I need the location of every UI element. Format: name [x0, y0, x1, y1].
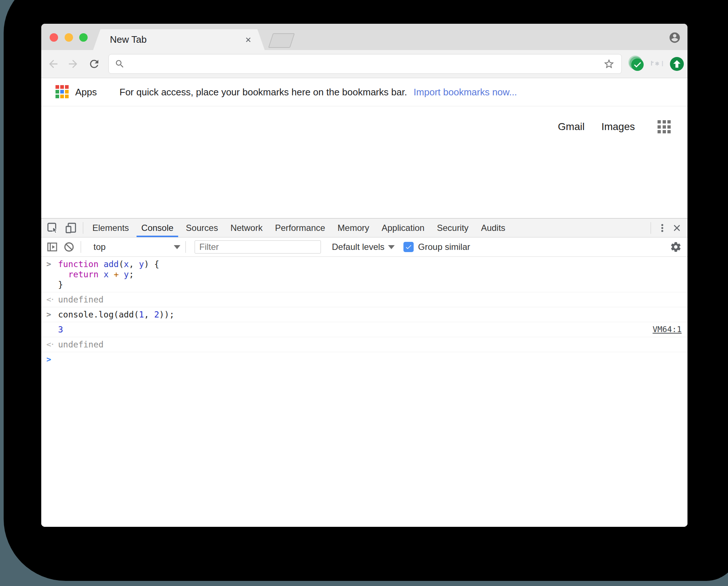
- console-entry-text: function add(x, y) { return x + y;}: [58, 259, 682, 290]
- apps-grid-square: [55, 95, 59, 98]
- google-grid-square: [663, 130, 666, 133]
- console-entry-text: 3: [58, 324, 653, 335]
- google-grid-square: [663, 120, 666, 123]
- console-entry-result: <·undefined: [41, 337, 687, 352]
- console-toolbar: top Default levels Group similar: [41, 237, 687, 257]
- device-toolbar-icon[interactable]: [65, 222, 77, 234]
- navigation-bar: [41, 50, 687, 78]
- bookmark-star-icon[interactable]: [603, 58, 615, 70]
- tab-performance[interactable]: Performance: [269, 218, 331, 237]
- tab-close-icon[interactable]: [244, 35, 253, 45]
- search-icon: [115, 59, 125, 69]
- extension-check-icon[interactable]: [630, 57, 644, 71]
- minimize-window-button[interactable]: [65, 33, 73, 42]
- console-filter-input[interactable]: [195, 240, 321, 254]
- divider: [81, 241, 81, 253]
- result-arrow-icon: <·: [46, 294, 58, 305]
- chevron-down-icon: [174, 245, 180, 249]
- google-grid-square: [667, 125, 671, 129]
- extension-upload-icon[interactable]: [670, 57, 684, 71]
- address-bar-input[interactable]: [129, 56, 599, 72]
- settings-gear-icon[interactable]: [670, 241, 682, 253]
- inspect-element-icon[interactable]: [46, 222, 59, 234]
- apps-grid-square: [60, 85, 64, 89]
- tab-sources[interactable]: Sources: [180, 218, 224, 237]
- devtools-tab-bar: ElementsConsoleSourcesNetworkPerformance…: [41, 218, 687, 237]
- forward-icon[interactable]: [67, 58, 79, 70]
- console-entry-input: >function add(x, y) { return x + y;}: [41, 257, 687, 292]
- apps-grid-square: [65, 85, 69, 89]
- input-chevron-icon: >: [46, 259, 58, 269]
- google-grid-square: [667, 120, 671, 123]
- google-grid-square: [667, 130, 671, 133]
- tab-network[interactable]: Network: [224, 218, 269, 237]
- images-link[interactable]: Images: [601, 121, 635, 133]
- tab-strip: New Tab: [41, 24, 687, 50]
- group-similar-label: Group similar: [418, 242, 470, 252]
- console-entry-input: >console.log(add(1, 2));: [41, 307, 687, 322]
- console-entry-result: <·undefined: [41, 292, 687, 307]
- inactive-extension-icon[interactable]: [650, 57, 664, 71]
- console-entry-log: 3VM64:1: [41, 322, 687, 337]
- reload-icon[interactable]: [88, 58, 100, 70]
- chevron-down-icon: [388, 245, 395, 249]
- apps-grid-square: [55, 90, 59, 94]
- apps-grid-square: [60, 90, 64, 94]
- context-selector[interactable]: top: [84, 237, 185, 256]
- group-similar-checkbox[interactable]: [403, 242, 414, 252]
- console-entry-prompt[interactable]: >: [41, 352, 687, 367]
- tab-title: New Tab: [110, 34, 147, 45]
- bookmarks-bar: Apps For quick access, place your bookma…: [41, 78, 687, 106]
- google-apps-icon[interactable]: [658, 120, 671, 133]
- back-icon[interactable]: [47, 58, 60, 70]
- devtools-tabs: ElementsConsoleSourcesNetworkPerformance…: [86, 218, 511, 237]
- tab-application[interactable]: Application: [375, 218, 430, 237]
- clear-console-icon[interactable]: [63, 241, 75, 253]
- apps-grid-square: [60, 95, 64, 98]
- new-tab-page: Gmail Images: [41, 106, 687, 218]
- apps-grid-square: [55, 85, 59, 89]
- google-grid-square: [663, 125, 666, 129]
- new-tab-button[interactable]: [268, 33, 295, 48]
- divider: [185, 241, 186, 253]
- console-entry-text: undefined: [58, 294, 682, 305]
- import-bookmarks-link[interactable]: Import bookmarks now...: [414, 87, 517, 98]
- google-grid-square: [658, 120, 661, 123]
- tab-elements[interactable]: Elements: [86, 218, 135, 237]
- zoom-window-button[interactable]: [79, 33, 88, 42]
- apps-grid-icon[interactable]: [55, 85, 69, 99]
- devtools-panel: ElementsConsoleSourcesNetworkPerformance…: [41, 218, 687, 527]
- close-window-button[interactable]: [50, 33, 58, 42]
- console-entry-text: [58, 354, 682, 365]
- devtools-close-icon[interactable]: [671, 222, 682, 233]
- gmail-link[interactable]: Gmail: [558, 121, 585, 133]
- tab-memory[interactable]: Memory: [332, 218, 376, 237]
- console-entry-text: undefined: [58, 339, 682, 350]
- input-chevron-icon: >: [46, 309, 58, 320]
- console-entry-text: console.log(add(1, 2));: [58, 309, 682, 320]
- divider: [651, 222, 651, 234]
- google-grid-square: [658, 125, 661, 129]
- check-icon: [405, 243, 412, 251]
- result-arrow-icon: <·: [46, 339, 58, 350]
- console-output[interactable]: >function add(x, y) { return x + y;}<·un…: [41, 257, 687, 527]
- tab-audits[interactable]: Audits: [475, 218, 511, 237]
- console-sidebar-icon[interactable]: [46, 241, 58, 253]
- tab-console[interactable]: Console: [135, 218, 180, 237]
- bookmarks-message: For quick access, place your bookmarks h…: [119, 87, 407, 98]
- apps-grid-square: [65, 95, 69, 98]
- devtools-menu-icon[interactable]: [657, 222, 668, 233]
- divider: [83, 222, 83, 234]
- tab-security[interactable]: Security: [431, 218, 475, 237]
- browser-window: New Tab: [41, 24, 687, 527]
- log-levels-selector[interactable]: Default levels: [332, 242, 395, 252]
- apps-label[interactable]: Apps: [75, 87, 97, 98]
- browser-tab[interactable]: New Tab: [93, 29, 265, 50]
- source-location-link[interactable]: VM64:1: [653, 324, 682, 335]
- prompt-chevron-icon: >: [46, 354, 58, 365]
- apps-grid-square: [65, 90, 69, 94]
- log-levels-value: Default levels: [332, 242, 384, 252]
- context-selector-value: top: [93, 242, 106, 252]
- address-bar[interactable]: [108, 54, 622, 74]
- profile-icon[interactable]: [668, 31, 681, 44]
